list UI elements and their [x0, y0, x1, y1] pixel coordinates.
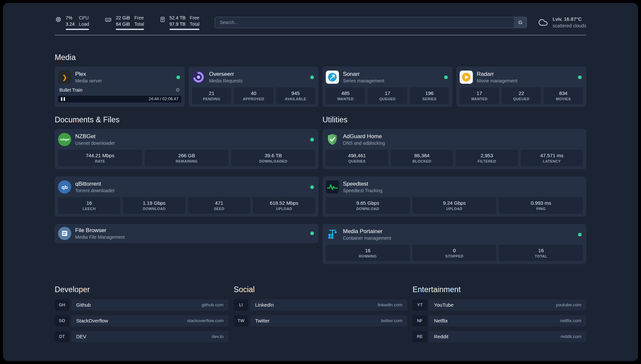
- stat-upload: 9.24 Gbps UPLOAD: [412, 197, 497, 214]
- bookmark-twitter[interactable]: TW Twitter twitter.com: [234, 315, 408, 326]
- stat-download: 9.65 Gbps DOWNLOAD: [326, 197, 410, 214]
- bookmark-pill: DEV dev.to: [71, 331, 229, 342]
- stat-total: 16 TOTAL: [499, 245, 583, 261]
- memory-icon: [104, 16, 112, 23]
- pause-icon[interactable]: [61, 97, 65, 101]
- gear-icon[interactable]: ⚙: [176, 87, 180, 93]
- bookmark-pill: Netflix netflix.com: [429, 315, 586, 326]
- status-dot: [310, 231, 314, 235]
- stat-available: 945 AVAILABLE: [276, 87, 315, 104]
- service-name: File Browser: [75, 227, 125, 234]
- bookmark-pill: LinkedIn linkedin.com: [250, 299, 408, 311]
- section-title-developer: Developer: [55, 285, 229, 294]
- service-description: Media File Management: [75, 234, 125, 240]
- filebrowser-icon: [58, 227, 71, 240]
- memory-free: 22 GiB: [116, 15, 130, 21]
- disk-label-line2: Total: [190, 21, 200, 27]
- service-name: Plex: [75, 71, 102, 77]
- cpu-usage-bar: [66, 29, 89, 30]
- stat-leech: 16 LEECH: [58, 197, 120, 214]
- stat-pending: 21 PENDING: [192, 87, 231, 104]
- weather-condition: scattered clouds: [553, 23, 586, 29]
- bookmarks-developer: Developer GH Github github.com SO StackO…: [55, 285, 229, 347]
- service-card-qbittorrent[interactable]: qb qBittorrent Torrent downloader 16 LEE…: [55, 176, 319, 217]
- service-description: Movie management: [477, 78, 517, 83]
- bookmark-reddit[interactable]: RE Reddit reddit.com: [412, 331, 586, 342]
- service-description: Media server: [75, 78, 102, 83]
- bookmark-pill: Github github.com: [71, 299, 229, 311]
- bookmark-domain: reddit.com: [561, 334, 581, 339]
- bookmark-pill: StackOverflow stackoverflow.com: [71, 315, 229, 326]
- bookmark-name: Reddit: [434, 334, 448, 339]
- stat-download: 1.19 Gbps DOWNLOAD: [123, 197, 185, 214]
- service-card-radarr[interactable]: Radarr Movie management 17 WANTED 22 QUE…: [456, 67, 586, 107]
- bookmark-dev[interactable]: DT DEV dev.to: [55, 331, 229, 342]
- service-card-sonarr[interactable]: Sonarr Series management 485 WANTED 17 Q…: [322, 67, 452, 107]
- memory-usage-bar: [116, 29, 144, 30]
- status-dot: [310, 185, 314, 189]
- bookmark-pill: YouTube youtube.com: [429, 299, 586, 311]
- bookmark-abbr: LI: [234, 299, 248, 311]
- bookmark-linkedin[interactable]: LI LinkedIn linkedin.com: [234, 299, 408, 311]
- bookmark-domain: linkedin.com: [378, 302, 402, 307]
- status-dot: [176, 76, 180, 79]
- bookmark-stackoverflow[interactable]: SO StackOverflow stackoverflow.com: [55, 315, 229, 326]
- service-name: Sonarr: [343, 71, 384, 77]
- bookmark-domain: stackoverflow.com: [187, 318, 223, 323]
- stat-queued: 22 QUEUED: [502, 87, 541, 104]
- bookmark-domain: twitter.com: [381, 318, 403, 323]
- speedtest-icon: [326, 180, 339, 194]
- bookmark-youtube[interactable]: YT YouTube youtube.com: [412, 299, 586, 311]
- cpu-load-average: 3.24: [66, 21, 75, 27]
- service-card-adguard[interactable]: AdGuard Home DNS and adblocking 498,461 …: [322, 129, 586, 169]
- disk-usage-bar: [169, 29, 199, 30]
- service-description: Torrent downloader: [75, 188, 115, 193]
- dashboard: 7% 3.24 CPU Load: [3, 3, 638, 361]
- service-card-overseerr[interactable]: Overseerr Media Requests 21 PENDING 40 A…: [189, 67, 319, 107]
- disk-free: 52.4 TB: [169, 15, 186, 21]
- bookmark-domain: youtube.com: [556, 302, 581, 307]
- stat-remaining: 266 GB REMAINING: [145, 150, 229, 166]
- stat-wanted: 17 WANTED: [460, 87, 499, 104]
- overseerr-icon: [192, 71, 205, 84]
- bookmark-pill: Twitter twitter.com: [250, 315, 408, 326]
- bookmark-abbr: SO: [55, 315, 69, 326]
- bookmark-name: Github: [76, 302, 91, 308]
- search-provider-button[interactable]: G: [514, 17, 527, 28]
- stat-blocked: 86,384 BLOCKED: [391, 150, 453, 166]
- memory-widget: 22 GiB 64 GiB Free Total: [104, 15, 144, 30]
- service-name: qBittorrent: [75, 181, 115, 187]
- status-dot: [444, 76, 448, 79]
- bookmark-pill: Reddit reddit.com: [429, 331, 586, 342]
- weather-location: Lviv, 16.87°C: [553, 16, 586, 22]
- section-title-social: Social: [234, 285, 408, 294]
- stat-queries: 498,461 QUERIES: [326, 150, 388, 166]
- bookmark-netflix[interactable]: NF Netflix netflix.com: [412, 315, 586, 326]
- cpu-icon: [55, 16, 62, 23]
- memory-label-line2: Total: [134, 21, 144, 27]
- service-card-plex[interactable]: ❯ Plex Media server Bullet Train ⚙ 24:44…: [55, 67, 185, 107]
- bookmark-abbr: RE: [412, 331, 427, 342]
- stat-running: 16 RUNNING: [326, 245, 410, 261]
- service-name: Overseerr: [209, 71, 242, 77]
- service-name: Speedtest: [343, 181, 382, 187]
- service-card-filebrowser[interactable]: File Browser Media File Management: [55, 224, 319, 243]
- status-dot: [578, 233, 582, 236]
- disk-total: 97.9 TB: [169, 21, 186, 27]
- stat-wanted: 485 WANTED: [326, 87, 365, 104]
- cloud-icon: [537, 17, 549, 27]
- bookmark-domain: github.com: [202, 302, 224, 307]
- bookmarks-social: Social LI LinkedIn linkedin.com TW Twitt…: [234, 285, 408, 331]
- service-card-speedtest[interactable]: Speedtest Speedtest Tracking 9.65 Gbps D…: [322, 176, 586, 217]
- cpu-label-line1: CPU: [79, 15, 89, 21]
- plex-icon: ❯: [58, 71, 71, 84]
- bookmarks-area: Developer GH Github github.com SO StackO…: [55, 285, 586, 347]
- bookmark-github[interactable]: GH Github github.com: [55, 299, 229, 311]
- service-card-nzbget[interactable]: nzbget NZBGet Usenet downloader 744.21 M…: [55, 129, 319, 169]
- bookmark-name: StackOverflow: [76, 318, 108, 323]
- section-title-entertainment: Entertainment: [412, 285, 586, 294]
- bookmark-abbr: GH: [55, 299, 69, 311]
- service-card-portainer[interactable]: Media Portainer Container management 16 …: [322, 224, 586, 264]
- search-input[interactable]: [215, 17, 527, 28]
- stat-latency: 47.571 ms LATENCY: [521, 150, 583, 166]
